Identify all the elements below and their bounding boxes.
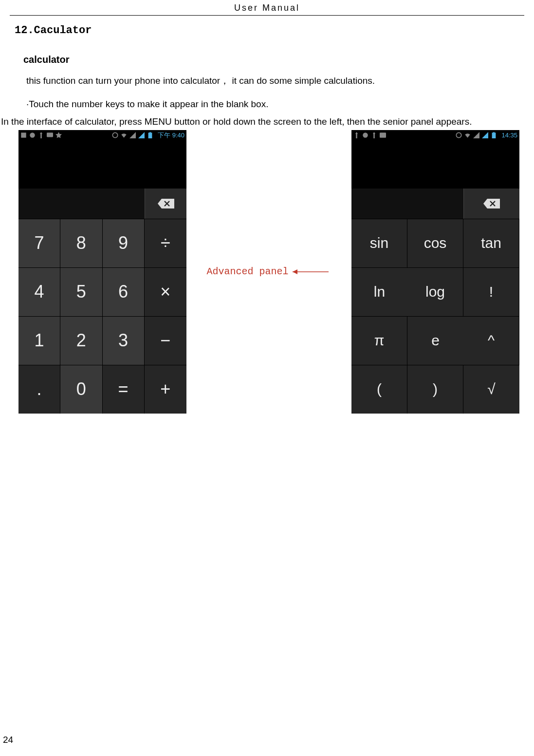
key-divide[interactable]: ÷: [145, 219, 186, 267]
svg-rect-4: [148, 132, 152, 138]
header-rule: [10, 15, 524, 16]
display-field[interactable]: [351, 189, 463, 219]
arrow-icon: [293, 268, 331, 275]
svg-rect-5: [149, 132, 151, 132]
debug-icon: [38, 132, 44, 138]
status-bar: 14:35: [351, 130, 519, 141]
sms-icon: [47, 132, 53, 138]
advanced-panel-label: Advanced panel: [206, 266, 288, 277]
key-equals[interactable]: =: [103, 365, 145, 414]
keypad-basic: 7 8 9 ÷ 4 5 6 × 1 2 3 − . 0 = +: [18, 219, 186, 414]
display-row: [18, 189, 186, 219]
key-1[interactable]: 1: [18, 316, 60, 365]
wifi-icon: [121, 132, 127, 138]
signal1-icon: [473, 132, 479, 138]
alarm-icon: [112, 132, 118, 138]
key-factorial[interactable]: !: [463, 267, 519, 316]
status-right-icons: 下午 9:40: [112, 131, 184, 140]
calculator-upper-area: [18, 141, 186, 189]
battery-icon: [147, 132, 153, 138]
key-4[interactable]: 4: [18, 267, 60, 316]
key-e[interactable]: e: [407, 316, 463, 365]
status-right-icons: 14:35: [456, 132, 517, 139]
key-9[interactable]: 9: [103, 219, 145, 267]
svg-rect-2: [47, 132, 53, 137]
backspace-icon: [483, 199, 500, 208]
key-ln[interactable]: ln: [351, 267, 407, 316]
display-field[interactable]: [18, 189, 145, 219]
figure-row: 下午 9:40 7 8 9 ÷ 4 5 6: [18, 130, 519, 414]
key-7[interactable]: 7: [18, 219, 60, 267]
notification-icon: [20, 132, 27, 138]
sync-icon: [456, 132, 462, 138]
svg-point-9: [457, 132, 461, 137]
key-2[interactable]: 2: [60, 316, 102, 365]
screenshot-icon: [380, 132, 386, 138]
annotation-area: Advanced panel: [186, 266, 351, 277]
subheading: calculator: [23, 54, 519, 65]
key-6[interactable]: 6: [103, 267, 145, 316]
key-rparen[interactable]: ): [407, 365, 463, 414]
debug2-icon: [371, 132, 377, 138]
usb-icon: [362, 132, 368, 138]
key-power[interactable]: ^: [463, 316, 519, 365]
key-dot[interactable]: .: [18, 365, 60, 414]
key-plus[interactable]: +: [145, 365, 186, 414]
status-bar: 下午 9:40: [18, 130, 186, 141]
status-time: 14:35: [501, 132, 517, 139]
intro-paragraph: this function can turn your phone into c…: [26, 74, 519, 88]
status-time: 下午 9:40: [158, 131, 184, 140]
display-row: [351, 189, 519, 219]
backspace-button[interactable]: [145, 189, 186, 219]
bullet-line: ·Touch the number keys to make it appear…: [26, 99, 519, 110]
header-title: User Manual: [15, 0, 519, 15]
usb-icon: [29, 132, 36, 138]
key-0[interactable]: 0: [60, 365, 102, 414]
signal1-icon: [129, 132, 136, 138]
instruction-paragraph: In the interface of calculator, press ME…: [1, 116, 519, 127]
svg-point-3: [112, 132, 117, 137]
phone-basic-calculator: 下午 9:40 7 8 9 ÷ 4 5 6: [18, 130, 186, 414]
key-tan[interactable]: tan: [463, 219, 519, 267]
keypad-advanced: sin cos tan ln log ! π e ^ ( ) √: [351, 219, 519, 414]
key-log[interactable]: log: [407, 267, 463, 316]
debug-icon: [353, 132, 360, 138]
key-3[interactable]: 3: [103, 316, 145, 365]
svg-point-1: [30, 132, 35, 137]
status-left-icons: [353, 132, 386, 138]
svg-rect-0: [21, 132, 26, 137]
key-minus[interactable]: −: [145, 316, 186, 365]
key-multiply[interactable]: ×: [145, 267, 186, 316]
status-left-icons: [20, 132, 62, 138]
signal2-icon: [138, 132, 145, 138]
phone-advanced-calculator: 14:35 sin cos tan ln log !: [351, 130, 519, 414]
backspace-button[interactable]: [463, 189, 519, 219]
key-pi[interactable]: π: [351, 316, 407, 365]
key-8[interactable]: 8: [60, 219, 102, 267]
star-icon: [55, 132, 62, 138]
page-number: 24: [3, 735, 13, 745]
calculator-upper-area: [351, 141, 519, 189]
backspace-icon: [158, 199, 174, 208]
key-5[interactable]: 5: [60, 267, 102, 316]
svg-rect-11: [494, 132, 495, 132]
key-sqrt[interactable]: √: [463, 365, 519, 414]
svg-rect-10: [492, 132, 496, 138]
key-lparen[interactable]: (: [351, 365, 407, 414]
signal2-icon: [482, 132, 488, 138]
battery-icon: [491, 132, 497, 138]
key-cos[interactable]: cos: [407, 219, 463, 267]
wifi-icon: [464, 132, 471, 138]
key-sin[interactable]: sin: [351, 219, 407, 267]
section-heading: 12.Caculator: [15, 24, 519, 37]
svg-rect-8: [380, 132, 386, 137]
svg-point-7: [363, 132, 368, 137]
